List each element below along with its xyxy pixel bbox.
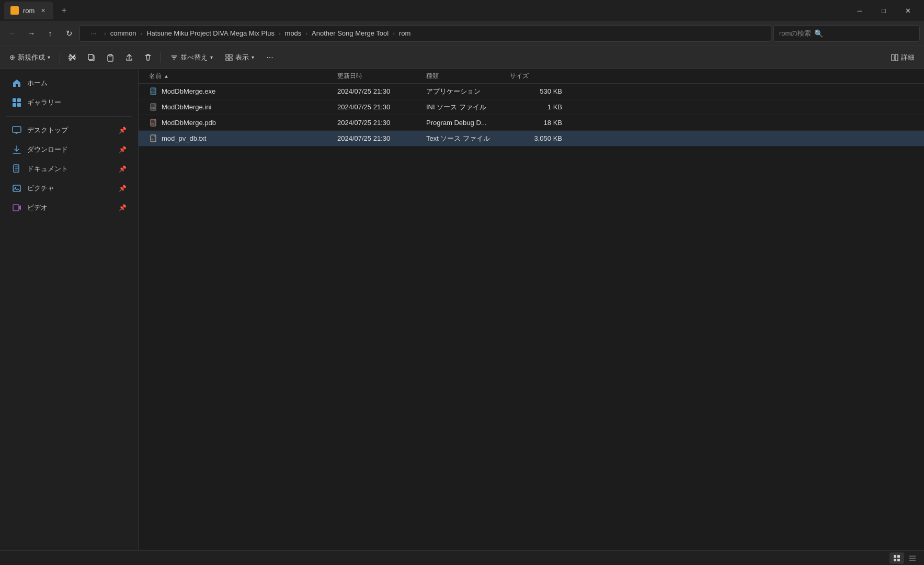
file-name-pdb: ModDbMerge.pdb (162, 119, 216, 127)
svg-rect-13 (895, 54, 898, 61)
share-button[interactable] (121, 49, 138, 66)
table-row[interactable]: TXT mod_pv_db.txt 2024/07/25 21:30 Text … (139, 131, 924, 146)
sidebar-item-gallery[interactable]: ギャラリー (3, 93, 135, 112)
file-date-exe: 2024/07/25 21:30 (337, 87, 426, 95)
svg-rect-11 (230, 58, 232, 61)
breadcrumb[interactable]: ··· › common › Hatsune Miku Project DIVA… (79, 25, 771, 42)
tab-area: rom ✕ + (4, 0, 848, 21)
svg-rect-14 (13, 98, 16, 102)
breadcrumb-common[interactable]: common (108, 28, 139, 38)
file-size-ini: 1 KB (510, 103, 573, 111)
table-row[interactable]: PDB ModDbMerge.pdb 2024/07/25 21:30 Prog… (139, 115, 924, 131)
sidebar-item-home[interactable]: ホーム (3, 74, 135, 93)
header-type[interactable]: 種類 (426, 72, 510, 81)
details-view-button[interactable] (905, 552, 920, 564)
svg-rect-10 (226, 58, 229, 61)
breadcrumb-overflow[interactable]: ··· (85, 25, 102, 42)
refresh-button[interactable]: ↻ (61, 25, 77, 42)
svg-text:INI: INI (151, 107, 155, 109)
sort-button[interactable]: 並べ替え ▾ (165, 49, 218, 66)
tab-close-button[interactable]: ✕ (39, 6, 47, 15)
back-button[interactable]: ← (4, 25, 21, 42)
toolbar-separator-2 (161, 52, 161, 63)
breadcrumb-mods[interactable]: mods (283, 28, 304, 38)
svg-rect-9 (230, 54, 232, 57)
file-size-exe: 530 KB (510, 87, 573, 95)
file-date-ini: 2024/07/25 21:30 (337, 103, 426, 111)
svg-rect-35 (897, 555, 900, 558)
file-type-exe: アプリケーション (426, 87, 510, 96)
sidebar-gallery-label: ギャラリー (27, 98, 61, 107)
view-label: 表示 (235, 53, 249, 62)
svg-rect-34 (894, 555, 896, 558)
sort-label: 並べ替え (180, 53, 208, 62)
forward-button[interactable]: → (23, 25, 40, 42)
sidebar-item-downloads[interactable]: ダウンロード 📌 (3, 140, 135, 159)
breadcrumb-hatsune[interactable]: Hatsune Miku Project DIVA Mega Mix Plus (144, 28, 277, 38)
header-size[interactable]: サイズ (510, 72, 573, 81)
up-button[interactable]: ↑ (42, 25, 59, 42)
home-icon (12, 78, 22, 88)
ini-file-icon: INI (149, 103, 158, 112)
sidebar-divider-1 (6, 116, 132, 117)
title-bar: rom ✕ + ─ □ ✕ (0, 0, 924, 21)
file-area: 名前 ▲ 更新日時 種類 サイズ EXE Mod (139, 69, 924, 565)
header-name[interactable]: 名前 ▲ (139, 72, 337, 81)
maximize-button[interactable]: □ (872, 0, 896, 21)
sidebar-item-desktop[interactable]: デスクトップ 📌 (3, 121, 135, 140)
table-row[interactable]: EXE ModDbMerge.exe 2024/07/25 21:30 アプリケ… (139, 84, 924, 99)
file-list: 名前 ▲ 更新日時 種類 サイズ EXE Mod (139, 69, 924, 146)
main-layout: ホーム ギャラリー デスクトップ (0, 69, 924, 565)
details-button[interactable]: 詳細 (886, 49, 920, 66)
search-box[interactable]: romの検索 🔍 (773, 25, 920, 42)
sidebar-item-documents[interactable]: ドキュメント 📌 (3, 160, 135, 178)
table-row[interactable]: INI ModDbMerge.ini 2024/07/25 21:30 INI … (139, 99, 924, 115)
new-tab-button[interactable]: + (55, 2, 72, 19)
paste-button[interactable] (102, 49, 119, 66)
downloads-icon (12, 144, 22, 155)
more-icon: ··· (266, 53, 273, 62)
copy-button[interactable] (83, 49, 100, 66)
new-chevron-icon: ▾ (48, 54, 50, 60)
svg-rect-25 (13, 205, 19, 211)
tab-folder-icon (10, 6, 19, 15)
details-label: 詳細 (901, 53, 915, 62)
sidebar-item-pictures[interactable]: ピクチャ 📌 (3, 179, 135, 198)
cut-icon (69, 53, 77, 62)
sidebar: ホーム ギャラリー デスクトップ (0, 69, 139, 565)
more-button[interactable]: ··· (261, 49, 278, 66)
new-button[interactable]: ⊕ 新規作成 ▾ (4, 49, 55, 66)
search-icon[interactable]: 🔍 (814, 29, 823, 38)
sidebar-home-label: ホーム (27, 78, 48, 88)
breadcrumb-tool[interactable]: Another Song Merge Tool (310, 28, 391, 38)
breadcrumb-rom[interactable]: rom (397, 28, 413, 38)
svg-rect-16 (13, 103, 16, 107)
delete-icon (144, 53, 152, 62)
breadcrumb-sep-5: › (393, 30, 395, 37)
svg-text:EXE: EXE (151, 91, 155, 94)
cut-button[interactable] (64, 49, 81, 66)
minimize-button[interactable]: ─ (848, 0, 872, 21)
details-icon (891, 54, 898, 61)
breadcrumb-sep-3: › (279, 30, 281, 37)
file-name-ini: ModDbMerge.ini (162, 103, 211, 111)
sidebar-pictures-label: ピクチャ (27, 184, 54, 193)
file-type-pdb: Program Debug D... (426, 119, 510, 127)
svg-rect-8 (226, 54, 229, 57)
svg-text:TXT: TXT (151, 139, 155, 141)
view-button[interactable]: 表示 ▾ (220, 49, 259, 66)
svg-rect-6 (108, 55, 113, 61)
sidebar-item-videos[interactable]: ビデオ 📌 (3, 198, 135, 217)
header-date[interactable]: 更新日時 (337, 72, 426, 81)
downloads-pin-icon: 📌 (119, 146, 127, 153)
desktop-pin-icon: 📌 (119, 127, 127, 134)
new-icon: ⊕ (9, 53, 15, 61)
close-button[interactable]: ✕ (896, 0, 920, 21)
sidebar-desktop-label: デスクトップ (27, 126, 68, 135)
active-tab[interactable]: rom ✕ (4, 2, 53, 19)
pdb-file-icon: PDB (149, 118, 158, 128)
view-chevron-icon: ▾ (252, 54, 254, 60)
list-view-button[interactable] (889, 552, 904, 564)
delete-button[interactable] (140, 49, 156, 66)
sort-arrow-icon: ▲ (164, 73, 169, 79)
